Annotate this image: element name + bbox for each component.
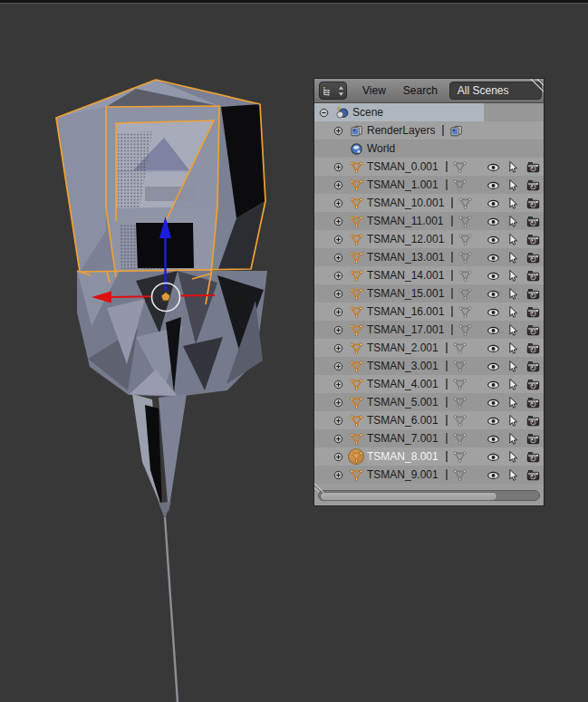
- renderability-toggle[interactable]: [522, 230, 544, 248]
- selectability-toggle[interactable]: [503, 429, 522, 447]
- visibility-toggle[interactable]: [484, 375, 503, 393]
- row-name-area[interactable]: TSMAN_0.001: [314, 158, 484, 176]
- selectability-toggle[interactable]: [503, 303, 522, 321]
- visibility-toggle[interactable]: [484, 303, 503, 321]
- selectability-toggle[interactable]: [503, 411, 522, 429]
- outliner-row[interactable]: RenderLayers: [314, 121, 544, 139]
- visibility-toggle[interactable]: [484, 411, 503, 429]
- visibility-toggle[interactable]: [484, 212, 503, 230]
- expand-toggle[interactable]: [333, 433, 344, 445]
- outliner-row[interactable]: TSMAN_2.001: [314, 339, 544, 357]
- outliner-row[interactable]: TSMAN_7.001: [314, 429, 544, 447]
- renderability-toggle[interactable]: [522, 212, 544, 230]
- outliner-row[interactable]: TSMAN_9.001: [314, 466, 544, 484]
- visibility-toggle[interactable]: [484, 466, 503, 484]
- visibility-toggle[interactable]: [484, 357, 503, 375]
- row-name-area[interactable]: TSMAN_16.001: [314, 303, 484, 321]
- renderability-toggle[interactable]: [522, 393, 544, 411]
- expand-toggle[interactable]: [333, 451, 344, 463]
- visibility-toggle[interactable]: [484, 248, 503, 266]
- expand-toggle[interactable]: [333, 324, 344, 336]
- renderability-toggle[interactable]: [522, 266, 544, 284]
- expand-toggle[interactable]: [333, 252, 344, 264]
- outliner-row[interactable]: TSMAN_3.001: [314, 357, 544, 375]
- visibility-toggle[interactable]: [484, 176, 503, 194]
- row-name-area[interactable]: TSMAN_4.001: [314, 375, 484, 393]
- row-name-area[interactable]: TSMAN_2.001: [314, 339, 484, 357]
- renderability-toggle[interactable]: [522, 339, 544, 357]
- selectability-toggle[interactable]: [503, 466, 522, 484]
- menu-search[interactable]: Search: [403, 84, 438, 97]
- expand-toggle[interactable]: [333, 161, 344, 173]
- expand-toggle[interactable]: [318, 107, 330, 119]
- outliner-row[interactable]: TSMAN_8.001: [314, 447, 544, 466]
- selectability-toggle[interactable]: [503, 393, 522, 411]
- selectability-toggle[interactable]: [503, 375, 522, 393]
- outliner-row[interactable]: TSMAN_11.001: [314, 212, 544, 230]
- expand-toggle[interactable]: [333, 270, 344, 282]
- selectability-toggle[interactable]: [503, 357, 522, 375]
- panel-corner-widget-bottom[interactable]: [314, 480, 328, 493]
- renderability-toggle[interactable]: [522, 284, 544, 303]
- panel-corner-widget[interactable]: [526, 79, 544, 94]
- row-name-area[interactable]: TSMAN_14.001: [314, 266, 484, 284]
- outliner-row[interactable]: TSMAN_1.001: [314, 176, 544, 194]
- renderability-toggle[interactable]: [522, 357, 544, 375]
- horizontal-scrollbar[interactable]: [318, 490, 540, 501]
- outliner-row[interactable]: TSMAN_13.001: [314, 248, 544, 266]
- renderability-toggle[interactable]: [522, 158, 544, 176]
- selectability-toggle[interactable]: [503, 194, 522, 212]
- selectability-toggle[interactable]: [503, 284, 522, 303]
- expand-toggle[interactable]: [333, 234, 344, 245]
- visibility-toggle[interactable]: [484, 447, 503, 466]
- expand-toggle[interactable]: [333, 125, 344, 137]
- expand-toggle[interactable]: [333, 288, 344, 300]
- row-name-area[interactable]: TSMAN_11.001: [314, 212, 484, 230]
- row-name-area[interactable]: World: [314, 139, 484, 158]
- outliner-row[interactable]: TSMAN_17.001: [314, 321, 544, 339]
- visibility-toggle[interactable]: [484, 429, 503, 447]
- outliner-row[interactable]: TSMAN_12.001: [314, 230, 544, 248]
- visibility-toggle[interactable]: [484, 393, 503, 411]
- selectability-toggle[interactable]: [503, 158, 522, 176]
- visibility-toggle[interactable]: [484, 339, 503, 357]
- expand-toggle[interactable]: [333, 361, 344, 372]
- selectability-toggle[interactable]: [503, 230, 522, 248]
- renderability-toggle[interactable]: [522, 176, 544, 194]
- expand-toggle[interactable]: [333, 379, 344, 390]
- expand-toggle[interactable]: [333, 342, 344, 354]
- selectability-toggle[interactable]: [503, 248, 522, 266]
- selectability-toggle[interactable]: [503, 212, 522, 230]
- expand-toggle[interactable]: [333, 306, 344, 318]
- expand-toggle[interactable]: [333, 397, 344, 409]
- row-name-area[interactable]: TSMAN_1.001: [314, 176, 484, 194]
- renderability-toggle[interactable]: [522, 411, 544, 429]
- selectability-toggle[interactable]: [503, 176, 522, 194]
- visibility-toggle[interactable]: [484, 321, 503, 339]
- selectability-toggle[interactable]: [503, 321, 522, 339]
- renderability-toggle[interactable]: [522, 248, 544, 266]
- visibility-toggle[interactable]: [484, 266, 503, 284]
- expand-toggle[interactable]: [333, 415, 344, 427]
- outliner-row[interactable]: TSMAN_4.001: [314, 375, 544, 393]
- row-name-area[interactable]: TSMAN_15.001: [314, 284, 484, 303]
- row-name-area[interactable]: TSMAN_8.001: [314, 447, 484, 466]
- selectability-toggle[interactable]: [503, 339, 522, 357]
- row-name-area[interactable]: TSMAN_3.001: [314, 357, 484, 375]
- renderability-toggle[interactable]: [522, 447, 544, 466]
- row-name-area[interactable]: TSMAN_13.001: [314, 248, 484, 266]
- row-name-area[interactable]: TSMAN_7.001: [314, 429, 484, 447]
- outliner-row[interactable]: TSMAN_14.001: [314, 266, 544, 284]
- visibility-toggle[interactable]: [484, 230, 503, 248]
- editor-type-button[interactable]: [319, 82, 347, 100]
- outliner-row[interactable]: World: [314, 139, 544, 158]
- renderability-toggle[interactable]: [522, 194, 544, 212]
- renderability-toggle[interactable]: [522, 303, 544, 321]
- outliner-row[interactable]: TSMAN_0.001: [314, 158, 544, 176]
- expand-toggle[interactable]: [333, 179, 344, 191]
- expand-toggle[interactable]: [333, 469, 344, 481]
- outliner-row[interactable]: Scene: [314, 103, 544, 121]
- row-name-area[interactable]: TSMAN_5.001: [314, 393, 484, 411]
- menu-view[interactable]: View: [362, 84, 386, 97]
- outliner-row[interactable]: TSMAN_15.001: [314, 284, 544, 303]
